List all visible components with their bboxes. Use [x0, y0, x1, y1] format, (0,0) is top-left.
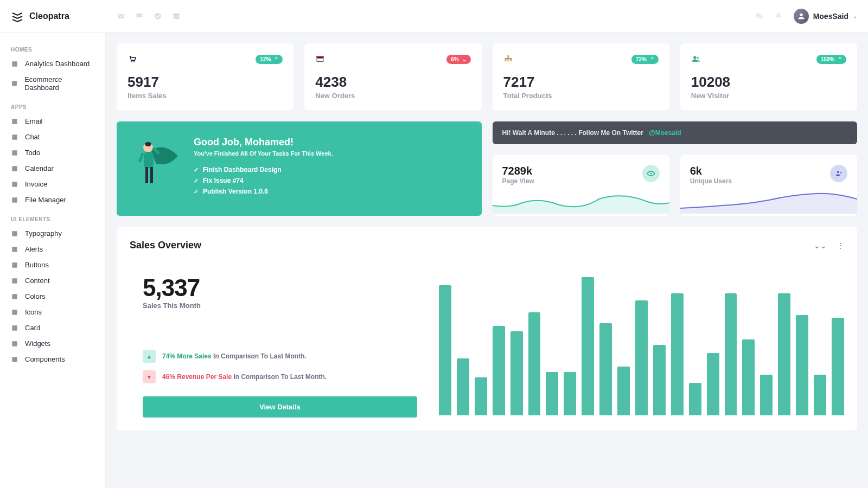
sidebar-item[interactable]: Card — [0, 320, 105, 336]
stat-card: 6% 4238New Orders — [304, 43, 481, 111]
chart-bar — [493, 326, 505, 415]
folder-icon — [11, 196, 18, 204]
mini-value: 7289k — [502, 165, 534, 177]
chart-bar — [617, 367, 630, 415]
stat-label: Items Sales — [127, 92, 283, 100]
messages-icon[interactable] — [755, 12, 763, 21]
sidebar-section-header: HOMES — [0, 43, 105, 56]
user-menu[interactable]: MoesSaid ⌄ — [794, 9, 857, 24]
chart-bar — [725, 293, 737, 415]
stat-label: New Orders — [315, 92, 470, 100]
twitter-banner[interactable]: Hi! Wait A Minute . . . . . . Follow Me … — [493, 121, 858, 144]
chat-icon[interactable] — [135, 12, 144, 21]
sidebar-item-label: Colors — [25, 292, 46, 300]
sidebar-item[interactable]: Email — [0, 113, 105, 129]
svg-rect-24 — [507, 55, 509, 57]
username: MoesSaid — [813, 12, 848, 21]
overview-title: Sales Overview — [130, 240, 201, 251]
stat-value: 10208 — [691, 74, 846, 91]
sidebar-item-label: Card — [25, 324, 40, 332]
caret-up-icon: ▲ — [143, 350, 156, 363]
notifications-icon[interactable] — [774, 12, 783, 21]
sidebar-item[interactable]: Chat — [0, 129, 105, 145]
sidebar-item[interactable]: Colors — [0, 288, 105, 304]
sidebar-item-label: Invoice — [25, 180, 47, 188]
view-details-button[interactable]: View Details — [143, 396, 417, 418]
mail-icon — [11, 118, 18, 125]
sidebar-item[interactable]: Components — [0, 351, 105, 367]
sidebar-item-label: Todo — [25, 149, 40, 157]
calendar-icon[interactable] — [172, 12, 181, 21]
store-icon — [315, 54, 325, 64]
svg-point-4 — [800, 13, 802, 16]
sidebar-item[interactable]: Todo — [0, 145, 105, 160]
sidebar-item[interactable]: File Manager — [0, 192, 105, 208]
svg-rect-34 — [138, 152, 144, 163]
svg-rect-19 — [12, 325, 17, 330]
trend-badge: 150% — [816, 55, 846, 64]
svg-rect-6 — [12, 81, 17, 86]
chart-bar — [510, 331, 523, 415]
svg-rect-27 — [510, 60, 512, 61]
more-icon[interactable]: ⋮ — [837, 241, 844, 250]
svg-point-22 — [131, 61, 132, 62]
sidebar-item-label: Ecommerce Dashboard — [24, 75, 94, 92]
mini-label: Unique Users — [690, 177, 732, 185]
sidebar: HOMESAnalytics DashboardEcommerce Dashbo… — [0, 33, 106, 488]
calendar-icon — [11, 165, 18, 172]
sales-overview-card: Sales Overview ⌄⌄ ⋮ 5,337 Sales This Mon… — [117, 227, 857, 431]
hero-card: Good Job, Mohamed! You've Finished All O… — [117, 121, 482, 216]
cart-icon — [11, 80, 18, 87]
sidebar-item-label: Icons — [25, 308, 42, 316]
chart-bar — [653, 345, 666, 415]
svg-rect-8 — [12, 134, 17, 139]
hero-task-item: Publish Version 1.0.6 — [194, 186, 333, 197]
sidebar-item-label: Analytics Dashboard — [25, 60, 90, 68]
sidebar-section-header: APPS — [0, 101, 105, 113]
svg-rect-33 — [150, 167, 153, 183]
hero-task-item: Fix Issue #74 — [194, 175, 333, 186]
sidebar-item[interactable]: Widgets — [0, 336, 105, 351]
stat-card: 12% 5917Items Sales — [117, 43, 293, 111]
palette-icon — [11, 293, 18, 300]
collapse-icon[interactable]: ⌄⌄ — [814, 241, 827, 250]
mail-icon[interactable] — [117, 12, 125, 21]
svg-rect-11 — [12, 182, 17, 187]
stat-value: 4238 — [315, 74, 470, 91]
svg-rect-16 — [12, 278, 17, 283]
sidebar-item-label: Chat — [25, 133, 40, 141]
sidebar-item[interactable]: Invoice — [0, 176, 105, 192]
sales-bar-chart — [439, 274, 844, 415]
sidebar-item[interactable]: Ecommerce Dashboard — [0, 72, 105, 95]
svg-rect-18 — [12, 310, 17, 314]
cursor-icon — [11, 261, 18, 269]
svg-rect-21 — [12, 357, 17, 362]
hero-title: Good Job, Mohamed! — [194, 137, 333, 148]
sidebar-item-label: Content — [25, 277, 50, 285]
sidebar-item[interactable]: Content — [0, 273, 105, 288]
hero-task-list: Finish Dashboard DesignFix Issue #74Publ… — [194, 164, 333, 197]
svg-rect-0 — [118, 14, 124, 18]
card-icon — [11, 324, 18, 332]
svg-point-29 — [697, 57, 699, 59]
mini-stat-card: 6kUnique Users — [680, 155, 857, 216]
main-content: 12% 5917Items Sales6% 4238New Orders72% … — [106, 33, 868, 488]
widget-icon — [11, 340, 18, 348]
logo-icon — [11, 10, 24, 23]
svg-point-37 — [837, 171, 839, 173]
sidebar-item[interactable]: Buttons — [0, 257, 105, 273]
svg-rect-25 — [505, 60, 506, 61]
sidebar-item[interactable]: Alerts — [0, 241, 105, 257]
trend-badge: 12% — [256, 55, 283, 64]
sidebar-item[interactable]: Analytics Dashboard — [0, 56, 105, 72]
check-badge-icon[interactable] — [154, 12, 162, 21]
trend-badge: 6% — [446, 55, 470, 64]
sidebar-item[interactable]: Typography — [0, 226, 105, 241]
sidebar-item[interactable]: Calendar — [0, 160, 105, 176]
sidebar-item-label: Buttons — [25, 261, 49, 269]
chart-bar — [742, 339, 755, 415]
sidebar-item-label: Calendar — [25, 164, 54, 172]
brand[interactable]: Cleopatra — [11, 10, 106, 23]
chart-bar — [814, 375, 826, 415]
sidebar-item[interactable]: Icons — [0, 304, 105, 320]
